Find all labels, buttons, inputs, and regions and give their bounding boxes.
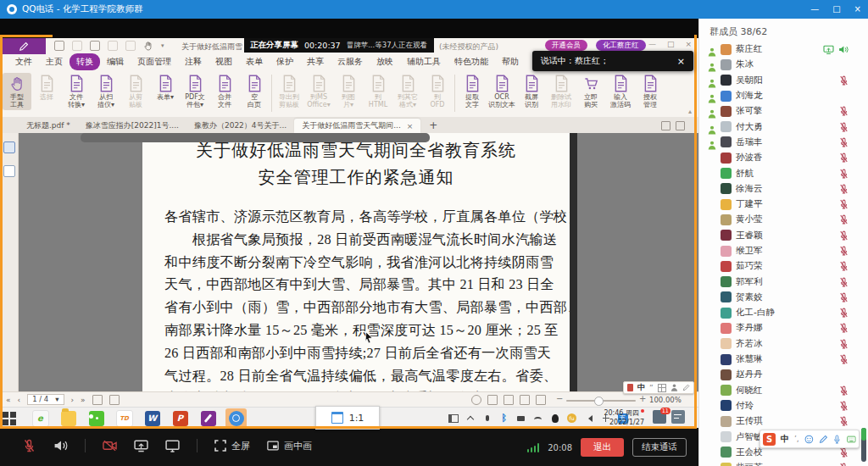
open-icon[interactable]: [54, 41, 64, 51]
last-page-button[interactable]: »: [81, 396, 86, 404]
taskbar-app-icon[interactable]: [2, 408, 23, 428]
ribbon-button[interactable]: 截屏 识别: [517, 73, 546, 110]
menu-tab[interactable]: 特色功能: [448, 53, 495, 70]
speaker-icon[interactable]: [53, 439, 68, 452]
ribbon-button[interactable]: 表单▾: [151, 73, 180, 110]
microphone-muted-icon[interactable]: [22, 439, 36, 452]
ime-fullwidth-icon[interactable]: [658, 384, 666, 392]
taskbar-app-icon[interactable]: P: [170, 408, 191, 428]
menu-tab[interactable]: 共享: [300, 53, 331, 70]
pdf-close-button[interactable]: ×: [685, 40, 692, 48]
tray-icon[interactable]: [532, 412, 543, 424]
demo-whiteboard-icon[interactable]: [165, 439, 180, 452]
member-list-scrollbar[interactable]: [861, 428, 866, 462]
tray-icon[interactable]: [583, 412, 594, 424]
emoji-icon[interactable]: [804, 435, 814, 444]
fit-width-icon[interactable]: [504, 395, 514, 405]
ribbon-button[interactable]: 授权 管理: [636, 73, 665, 110]
member-row[interactable]: 吴朝阳: [699, 73, 868, 88]
zoom-out-button[interactable]: −: [556, 394, 563, 403]
menu-tab[interactable]: 视图: [209, 53, 239, 70]
pencil-icon[interactable]: [819, 435, 828, 444]
taskbar-app-icon[interactable]: [198, 408, 219, 428]
member-row[interactable]: 丁建平: [699, 197, 868, 212]
member-row[interactable]: 茹巧荣: [699, 258, 868, 274]
taskbar-app-icon[interactable]: [86, 408, 107, 428]
tray-icon[interactable]: fu: [566, 412, 577, 424]
chevron-down-icon[interactable]: ▾: [161, 42, 164, 49]
undo-icon[interactable]: [108, 41, 118, 51]
tray-icon[interactable]: [515, 412, 526, 424]
ribbon-button[interactable]: PDF文 件包▾: [181, 73, 209, 110]
menu-tab[interactable]: 主页: [39, 53, 70, 70]
member-row[interactable]: 化工-白静: [699, 305, 868, 320]
member-row[interactable]: 何晓红: [699, 383, 868, 398]
member-row[interactable]: 蔡庄红: [699, 42, 868, 57]
ribbon-button[interactable]: 从扫 描仪▾: [92, 73, 120, 110]
member-row[interactable]: 王传琪: [699, 413, 868, 429]
document-tab[interactable]: 豫冰雪应指办[2022]1号.... ×: [78, 119, 186, 133]
menu-tab[interactable]: 文件: [8, 53, 39, 70]
tray-icon[interactable]: ᛒ: [498, 412, 509, 424]
member-row[interactable]: 赵丹丹: [699, 367, 868, 382]
share-screen-icon[interactable]: [134, 439, 148, 452]
sogou-logo-icon[interactable]: S: [763, 433, 776, 446]
prev-page-button[interactable]: ‹: [18, 396, 21, 404]
message-tray-icon[interactable]: 11: [653, 410, 666, 424]
ribbon-button[interactable]: 空 白页: [240, 73, 269, 110]
pdf-restore-button[interactable]: □: [667, 40, 675, 48]
member-row[interactable]: 缑卫军: [699, 243, 868, 258]
voice-input-icon[interactable]: [832, 435, 842, 444]
ribbon-button[interactable]: 到 OFD: [423, 73, 452, 110]
ribbon-button[interactable]: 导出到 剪贴板: [275, 73, 303, 110]
member-row[interactable]: 张可擎: [699, 103, 868, 119]
scroll-view-icon[interactable]: [536, 395, 546, 405]
ribbon-button[interactable]: 到 HTML: [364, 73, 392, 110]
toast-close-icon[interactable]: ×: [677, 56, 685, 67]
ribbon-button[interactable]: 文件 转换▾: [62, 73, 91, 110]
menu-tab[interactable]: 云服务: [331, 53, 370, 70]
sogou-punctuation-toggle[interactable]: ’,: [794, 435, 799, 443]
two-page-view-icon[interactable]: [520, 395, 530, 405]
notification-center-icon[interactable]: [671, 410, 685, 424]
ribbon-collapse-icon[interactable]: ▴: [688, 108, 692, 115]
tile-view-icon[interactable]: [661, 121, 670, 130]
ime-logo-icon[interactable]: [627, 384, 633, 391]
pdf-app-logo-icon[interactable]: [2, 38, 46, 54]
member-row[interactable]: 李丹娜: [699, 320, 868, 336]
taskbar-app-icon[interactable]: e: [30, 408, 51, 428]
document-canvas[interactable]: 关于做好低温雨雪天气期间全省教育系统安全管理工作的紧急通知 各省辖市、济源示范区…: [19, 133, 698, 391]
menu-tab[interactable]: 注释: [178, 53, 209, 70]
page-number-input[interactable]: 1 / 4 ▾: [27, 394, 64, 405]
member-row[interactable]: 柴丽芳: [699, 460, 868, 466]
exit-button[interactable]: 退出: [581, 438, 624, 457]
ime-punctuation-toggle[interactable]: ”: [649, 384, 654, 392]
menu-tab[interactable]: 辅助工具: [400, 53, 448, 70]
taskbar-app-icon[interactable]: W: [142, 408, 163, 428]
pip-button[interactable]: 画中画: [267, 440, 312, 452]
print-icon[interactable]: [90, 41, 100, 51]
menu-tab[interactable]: 编辑: [100, 53, 131, 70]
ime-settings-icon[interactable]: [682, 384, 690, 391]
ribbon-button[interactable]: 合并 文件: [210, 73, 239, 110]
keyboard-icon[interactable]: [847, 435, 856, 444]
member-row[interactable]: 付玲: [699, 398, 868, 413]
save-icon[interactable]: [72, 41, 82, 51]
maximize-button[interactable]: □: [832, 0, 840, 19]
member-row[interactable]: 徐海云: [699, 181, 868, 197]
thumbnails-panel-icon[interactable]: [3, 141, 15, 153]
ribbon-button[interactable]: OCR 识别文本: [487, 73, 516, 110]
first-page-button[interactable]: «: [6, 396, 11, 404]
ribbon-button[interactable]: 立即 购买: [576, 73, 605, 110]
fullscreen-button[interactable]: 全屏: [214, 440, 250, 452]
menu-tab[interactable]: 保护: [270, 53, 300, 70]
ribbon-button[interactable]: 到MS Office▾: [304, 73, 333, 110]
pdf-minimize-button[interactable]: —: [648, 40, 656, 48]
taskbar-app-icon[interactable]: [58, 408, 79, 428]
new-tab-button[interactable]: +: [420, 119, 446, 133]
taskbar-app-icon[interactable]: [225, 408, 247, 428]
document-tab[interactable]: 无标题.pdf * ×: [19, 119, 78, 133]
page-fit-icon[interactable]: [487, 395, 498, 405]
horizontal-scrollbar-thumb[interactable]: [81, 133, 430, 142]
minimize-button[interactable]: —: [810, 0, 819, 19]
